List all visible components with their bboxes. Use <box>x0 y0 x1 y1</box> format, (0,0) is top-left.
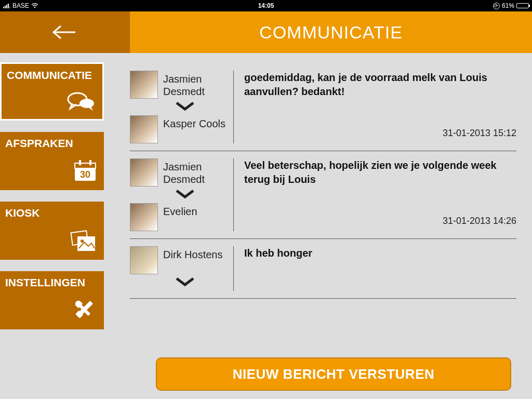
chat-icon <box>67 90 96 114</box>
svg-rect-5 <box>75 163 96 168</box>
wifi-icon <box>31 2 38 10</box>
avatar <box>130 158 158 187</box>
message-timestamp: 31-01-2013 15:12 <box>443 127 516 139</box>
avatar <box>130 246 158 274</box>
message-body: Veel beterschap, hopelijk zien we je vol… <box>244 159 497 185</box>
calendar-icon: 30 <box>73 159 98 185</box>
message-body: Ik heb honger <box>244 247 312 259</box>
svg-point-3 <box>79 99 94 108</box>
back-button[interactable] <box>0 11 130 53</box>
avatar <box>130 71 158 99</box>
sidebar-item-kiosk[interactable]: KIOSK <box>0 202 104 260</box>
app-header: COMMUNICATIE <box>0 11 532 53</box>
battery-percent: 61% <box>502 2 514 9</box>
page-title: COMMUNICATIE <box>130 11 532 53</box>
message-recipient: Evelien <box>130 203 228 231</box>
svg-text:30: 30 <box>80 169 90 180</box>
sidebar-item-label: COMMUNICATIE <box>7 69 96 82</box>
new-message-button[interactable]: NIEUW BERICHT VERSTUREN <box>156 357 511 391</box>
message-row[interactable]: Jasmien Desmedt Kasper Cools goedemiddag… <box>130 63 516 151</box>
chevron-down-icon <box>175 276 195 289</box>
sidebar-item-label: AFSPRAKEN <box>5 137 98 150</box>
sidebar-item-instellingen[interactable]: INSTELLINGEN <box>0 271 104 329</box>
recipient-name: Kasper Cools <box>163 117 225 130</box>
sender-name: Jasmien Desmedt <box>163 161 228 185</box>
message-body: goedemiddag, kan je de voorraad melk van… <box>244 72 487 97</box>
photos-icon <box>69 230 98 255</box>
orientation-lock-icon: ⟳ <box>493 3 500 9</box>
sidebar: COMMUNICATIE AFSPRAKEN 30 KIOSK INSTELLI… <box>0 53 109 399</box>
svg-point-0 <box>34 6 36 8</box>
svg-rect-6 <box>79 160 81 165</box>
message-timestamp: 31-01-2013 14:26 <box>443 215 516 227</box>
tools-icon <box>71 297 98 324</box>
message-row[interactable]: Jasmien Desmedt Evelien Veel beterschap,… <box>130 151 516 239</box>
status-bar: BASE 14:05 ⟳ 61% <box>0 0 532 11</box>
carrier-label: BASE <box>12 2 29 9</box>
avatar <box>130 115 158 143</box>
arrow-left-icon <box>49 22 81 43</box>
message-row[interactable]: Dirk Hostens Ik heb honger <box>130 239 516 299</box>
message-recipient: Kasper Cools <box>130 115 228 143</box>
sidebar-item-afspraken[interactable]: AFSPRAKEN 30 <box>0 132 104 190</box>
avatar <box>130 203 158 231</box>
sidebar-item-label: INSTELLINGEN <box>5 276 98 289</box>
message-list: Jasmien Desmedt Kasper Cools goedemiddag… <box>109 53 532 399</box>
sender-name: Jasmien Desmedt <box>163 73 228 98</box>
chevron-down-icon <box>175 189 195 201</box>
sidebar-item-label: KIOSK <box>5 207 98 219</box>
signal-icon <box>3 4 10 8</box>
battery-icon <box>516 3 529 8</box>
message-sender: Jasmien Desmedt <box>130 158 228 187</box>
recipient-name: Evelien <box>163 205 197 218</box>
clock: 14:05 <box>258 2 274 9</box>
message-sender: Jasmien Desmedt <box>130 71 228 99</box>
chevron-down-icon <box>175 101 195 113</box>
sender-name: Dirk Hostens <box>163 248 222 261</box>
sidebar-item-communicatie[interactable]: COMMUNICATIE <box>0 62 104 121</box>
svg-point-11 <box>81 240 84 243</box>
svg-rect-7 <box>89 160 91 165</box>
message-sender: Dirk Hostens <box>130 246 228 274</box>
